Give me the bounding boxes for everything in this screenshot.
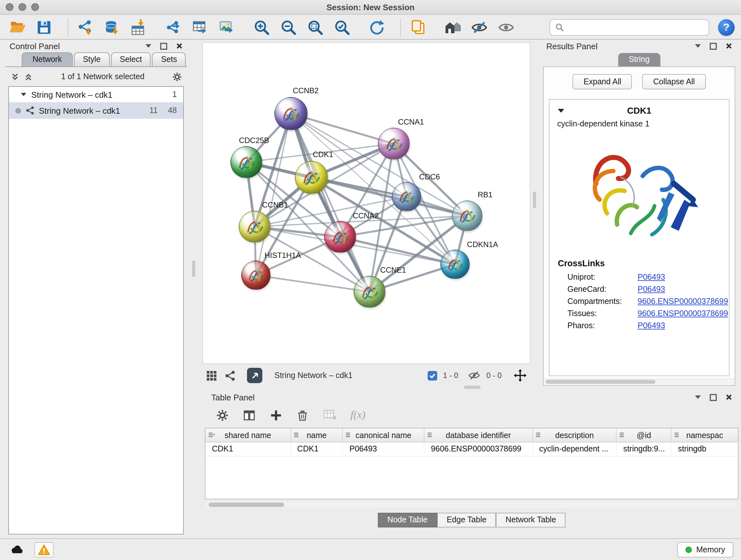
network-edge[interactable] [256, 275, 369, 292]
cell-database-identifier[interactable]: 9606.ENSP00000378699 [424, 442, 533, 456]
panel-close-button[interactable] [174, 41, 184, 51]
cell-shared-name[interactable]: CDK1 [205, 442, 291, 456]
cell-id[interactable]: stringdb:9... [617, 442, 672, 456]
memory-button[interactable]: Memory [677, 542, 733, 557]
collection-expand-icon[interactable] [20, 92, 27, 97]
delete-column-button[interactable] [295, 408, 310, 422]
cloud-status-button[interactable] [8, 542, 25, 557]
network-node-CCNB2[interactable] [274, 97, 308, 130]
panel-close-button[interactable] [724, 392, 733, 402]
network-node-CCNA2[interactable] [324, 221, 356, 253]
panel-float-button[interactable] [709, 392, 718, 402]
network-node-CCNE1[interactable] [354, 276, 386, 308]
table-options-button[interactable] [215, 408, 229, 422]
panel-close-button[interactable] [724, 41, 733, 51]
function-builder-button[interactable]: f(x) [350, 409, 365, 422]
tab-select[interactable]: Select [111, 52, 151, 66]
zoom-fit-button[interactable] [305, 17, 326, 37]
delete-table-button[interactable] [322, 408, 338, 422]
show-all-button[interactable] [495, 17, 517, 37]
tab-node-table[interactable]: Node Table [378, 513, 437, 527]
zoom-selected-button[interactable] [331, 17, 353, 37]
import-table-button[interactable] [128, 17, 150, 37]
crosslink-compartments[interactable]: 9606.ENSP00000378699 [637, 297, 728, 306]
import-network-file-button[interactable] [75, 17, 96, 37]
collapse-all-button[interactable]: Collapse All [643, 74, 706, 89]
open-session-button[interactable] [6, 17, 28, 37]
tab-sets[interactable]: Sets [152, 52, 186, 66]
column-header-database-identifier[interactable]: database identifier [424, 428, 533, 442]
view-grid-button[interactable] [205, 369, 218, 382]
expand-all-button[interactable]: Expand All [573, 74, 632, 89]
network-edge[interactable] [312, 178, 467, 216]
zoom-in-button[interactable] [251, 17, 273, 37]
crosslink-pharos[interactable]: P06493 [637, 321, 665, 330]
network-node-CCNB1[interactable] [239, 211, 271, 243]
export-table-button[interactable] [190, 17, 211, 37]
detach-view-button[interactable] [247, 368, 262, 383]
cell-canonical-name[interactable]: P06493 [343, 442, 424, 456]
panel-menu-button[interactable] [693, 392, 703, 402]
network-options-button[interactable] [172, 72, 182, 81]
copy-button[interactable] [407, 17, 429, 37]
column-header-shared-name[interactable]: shared name [205, 428, 291, 442]
column-header-id[interactable]: @id [617, 428, 672, 442]
column-header-namespace[interactable]: namespac [672, 428, 738, 442]
zoom-out-button[interactable] [278, 17, 299, 37]
section-collapse-icon[interactable] [557, 108, 565, 113]
column-header-description[interactable]: description [533, 428, 617, 442]
help-button[interactable]: ? [718, 19, 735, 36]
bottom-splitter-handle[interactable] [464, 386, 481, 389]
scrollbar-thumb[interactable] [546, 380, 656, 384]
selected-indicator-checkbox[interactable] [428, 371, 437, 380]
network-node-CDC6[interactable] [392, 182, 421, 211]
expand-all-networks-button[interactable] [10, 72, 20, 81]
view-network-button[interactable] [223, 369, 236, 382]
table-horizontal-scrollbar[interactable] [206, 502, 737, 508]
panel-float-button[interactable] [159, 41, 169, 51]
network-node-CDC25B[interactable] [230, 146, 262, 178]
results-tab-string[interactable]: String [618, 53, 660, 66]
panel-menu-button[interactable] [144, 41, 153, 51]
left-splitter-handle[interactable] [192, 260, 195, 277]
crosslink-genecard[interactable]: P06493 [637, 285, 665, 294]
column-header-canonical-name[interactable]: canonical name [343, 428, 424, 442]
network-row-selected[interactable]: String Network – cdk1 1148 [9, 102, 183, 119]
cell-namespace[interactable]: stringdb [671, 442, 738, 456]
import-network-database-button[interactable] [102, 17, 123, 37]
show-columns-button[interactable] [242, 408, 256, 422]
apply-layout-button[interactable] [366, 17, 387, 37]
network-node-HIST1H1A[interactable] [241, 260, 271, 290]
network-node-CCNA1[interactable] [378, 128, 410, 160]
network-overview-button[interactable] [442, 17, 463, 37]
tab-edge-table[interactable]: Edge Table [437, 513, 496, 527]
network-canvas[interactable]: CCNB2CCNA1CDC25BCDK1CDC6RB1CCNB1CCNA2CDK… [202, 42, 530, 364]
save-session-button[interactable] [33, 17, 55, 37]
collapse-all-networks-button[interactable] [23, 72, 33, 81]
table-row[interactable]: CDK1 CDK1 P06493 9606.ENSP00000378699 cy… [205, 442, 738, 456]
network-node-CDK1[interactable] [295, 161, 328, 194]
search-box[interactable] [549, 19, 709, 36]
search-input[interactable] [568, 23, 703, 32]
export-network-button[interactable] [163, 17, 185, 37]
tab-network[interactable]: Network [22, 52, 73, 66]
network-edge[interactable] [291, 114, 369, 292]
panel-float-button[interactable] [709, 41, 718, 51]
right-splitter-handle[interactable] [533, 192, 536, 208]
hide-selected-button[interactable] [468, 17, 490, 37]
network-node-RB1[interactable] [452, 200, 482, 231]
crosslink-tissues[interactable]: 9606.ENSP00000378699 [637, 309, 728, 318]
export-image-button[interactable] [216, 17, 238, 37]
network-collection-row[interactable]: String Network – cdk1 1 [9, 87, 183, 102]
tab-style[interactable]: Style [74, 52, 110, 66]
cell-description[interactable]: cyclin-dependent ... [533, 442, 617, 456]
add-column-button[interactable] [269, 408, 283, 422]
scrollbar-thumb[interactable] [209, 503, 284, 507]
results-horizontal-scrollbar[interactable] [544, 379, 734, 384]
cell-name[interactable]: CDK1 [291, 442, 343, 456]
panel-menu-button[interactable] [693, 41, 703, 51]
tab-network-table[interactable]: Network Table [496, 513, 565, 527]
pan-mode-button[interactable] [513, 368, 528, 383]
crosslink-uniprot[interactable]: P06493 [637, 273, 665, 282]
warnings-button[interactable] [35, 542, 54, 557]
